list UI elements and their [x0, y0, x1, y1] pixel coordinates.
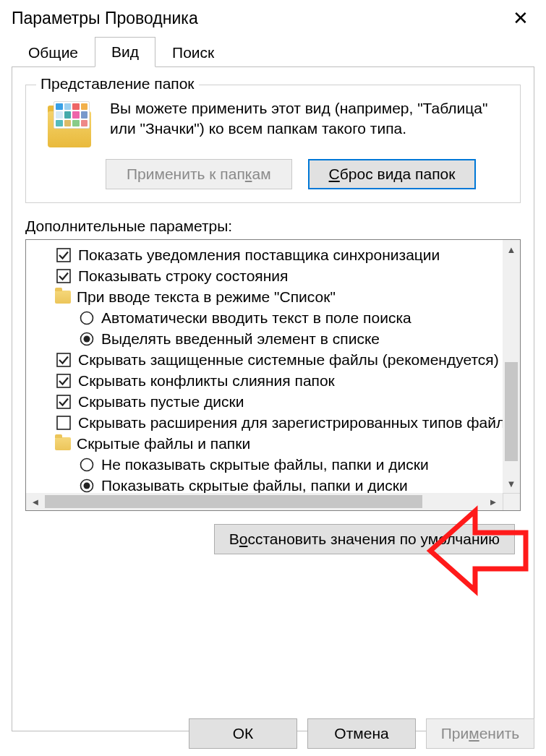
- tab-general[interactable]: Общие: [12, 38, 95, 67]
- tree-row[interactable]: Автоматически вводить текст в поле поиск…: [29, 307, 500, 328]
- tree-row[interactable]: Не показывать скрытые файлы, папки и дис…: [29, 454, 500, 475]
- folder-views-description: Вы можете применить этот вид (например, …: [110, 98, 507, 139]
- checkbox-icon[interactable]: [55, 393, 72, 411]
- tree-row: Скрытые файлы и папки: [29, 433, 500, 454]
- scroll-thumb-horizontal[interactable]: [45, 495, 422, 508]
- tree-row-label: Скрывать конфликты слияния папок: [78, 372, 335, 390]
- tree-row[interactable]: Показать уведомления поставщика синхрони…: [29, 244, 500, 265]
- cancel-button[interactable]: Отмена: [307, 718, 416, 749]
- svg-rect-1: [57, 270, 70, 283]
- folder-views-legend: Представление папок: [36, 75, 199, 93]
- svg-rect-8: [57, 416, 70, 429]
- svg-point-4: [84, 335, 90, 342]
- ok-button[interactable]: ОК: [189, 718, 297, 749]
- tab-strip: Общие Вид Поиск: [0, 36, 546, 66]
- tree-row-label: Скрывать расширения для зарегистрированн…: [78, 414, 503, 431]
- folder-icon: [43, 101, 98, 147]
- tree-row-label: Скрывать защищенные системные файлы (рек…: [78, 351, 499, 369]
- tab-search[interactable]: Поиск: [155, 38, 231, 67]
- scroll-right-icon[interactable]: ►: [484, 493, 503, 510]
- folder-icon: [55, 437, 71, 450]
- tree-row[interactable]: Скрывать конфликты слияния папок: [29, 370, 500, 391]
- scroll-thumb-vertical[interactable]: [505, 362, 518, 461]
- scroll-corner: [503, 493, 520, 510]
- checkbox-icon[interactable]: [55, 267, 72, 285]
- tree-row-label: При вводе текста в режиме "Список": [77, 288, 336, 306]
- tree-row-label: Автоматически вводить текст в поле поиск…: [101, 309, 411, 327]
- radio-icon[interactable]: [78, 309, 95, 327]
- tree-row[interactable]: Показывать строку состояния: [29, 265, 500, 286]
- tree-row[interactable]: Скрывать защищенные системные файлы (рек…: [29, 349, 500, 370]
- tree-row-label: Скрывать пустые диски: [78, 393, 244, 411]
- scroll-left-icon[interactable]: ◄: [26, 493, 45, 510]
- window-title: Параметры Проводника: [12, 9, 198, 28]
- folder-icon: [55, 291, 71, 304]
- svg-rect-5: [57, 353, 70, 366]
- svg-point-11: [84, 482, 90, 489]
- tree-row-label: Показывать скрытые файлы, папки и диски: [101, 477, 408, 494]
- svg-rect-0: [57, 249, 70, 262]
- titlebar: Параметры Проводника ✕: [0, 0, 546, 36]
- tree-row-label: Не показывать скрытые файлы, папки и дис…: [101, 456, 429, 473]
- folder-views-groupbox: Представление папок Вы можете применить …: [25, 85, 521, 203]
- tree-row-label: Скрытые файлы и папки: [77, 435, 250, 452]
- svg-rect-6: [57, 374, 70, 387]
- checkbox-icon[interactable]: [55, 351, 72, 369]
- tree-row[interactable]: Выделять введенный элемент в списке: [29, 328, 500, 349]
- checkbox-icon[interactable]: [55, 246, 72, 264]
- reset-folders-button[interactable]: Сброс вида папок: [308, 159, 477, 189]
- horizontal-scrollbar[interactable]: ◄ ►: [26, 493, 503, 510]
- tree-row[interactable]: Скрывать расширения для зарегистрированн…: [29, 412, 500, 433]
- radio-icon[interactable]: [78, 477, 95, 494]
- tree-row[interactable]: Показывать скрытые файлы, папки и диски: [29, 475, 500, 493]
- tree-row-label: Выделять введенный элемент в списке: [101, 330, 380, 348]
- advanced-settings-label: Дополнительные параметры:: [25, 218, 521, 235]
- vertical-scrollbar[interactable]: ▲ ▼: [503, 240, 520, 493]
- apply-button: Применить: [426, 718, 534, 749]
- scroll-up-icon[interactable]: ▲: [503, 240, 520, 259]
- restore-defaults-button[interactable]: Восстановить значения по умолчанию: [214, 524, 515, 554]
- tree-row[interactable]: Скрывать пустые диски: [29, 391, 500, 412]
- scroll-down-icon[interactable]: ▼: [503, 474, 520, 493]
- tree-row-label: Показывать строку состояния: [78, 267, 288, 285]
- svg-rect-7: [57, 395, 70, 408]
- view-tab-panel: Представление папок Вы можете применить …: [12, 66, 534, 731]
- advanced-settings-list: Показать уведомления поставщика синхрони…: [25, 239, 521, 511]
- svg-point-2: [81, 312, 93, 324]
- dialog-footer: ОК Отмена Применить: [189, 718, 534, 749]
- checkbox-icon[interactable]: [55, 372, 72, 390]
- tree-row-label: Показать уведомления поставщика синхрони…: [78, 246, 440, 264]
- tab-view[interactable]: Вид: [95, 37, 155, 67]
- close-button[interactable]: ✕: [506, 6, 536, 30]
- radio-icon[interactable]: [78, 456, 95, 473]
- apply-to-folders-button: Применить к папкам: [106, 159, 292, 189]
- svg-point-9: [81, 458, 93, 471]
- tree-row: При вводе текста в режиме "Список": [29, 286, 500, 307]
- radio-icon[interactable]: [78, 330, 95, 348]
- checkbox-icon[interactable]: [55, 414, 72, 431]
